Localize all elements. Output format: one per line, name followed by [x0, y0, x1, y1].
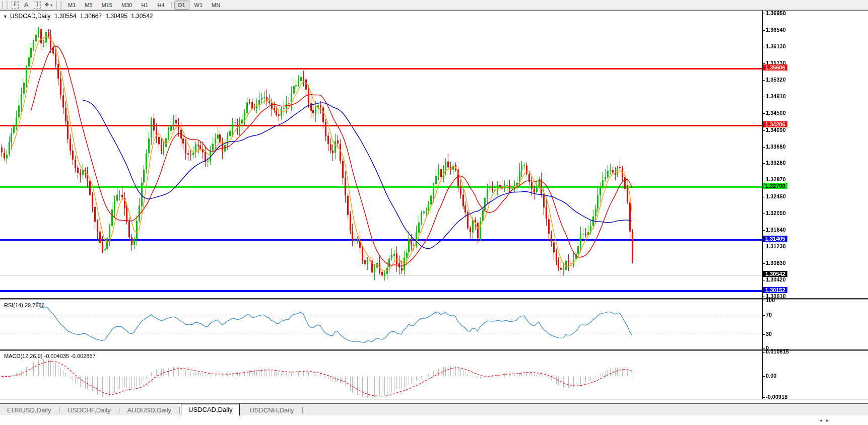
rsi-tick-70: 70 [766, 312, 772, 318]
timeframe-button-m5[interactable]: M5 [81, 1, 96, 10]
top-toolbar: F A T ❖▾ M1M5M15M30H1H4D1W1MN [0, 0, 868, 10]
tab-separator [179, 407, 180, 413]
rsi-label: RSI(14) 29.7636 [4, 302, 45, 308]
price-tick-1.36540: 1.36540 [766, 27, 786, 33]
dropdown-caret-icon[interactable]: ▾ [50, 3, 52, 8]
price-tick-1.33280: 1.33280 [766, 160, 786, 166]
price-tick-1.34910: 1.34910 [766, 93, 786, 99]
symbol-label: USDCAD,Daily [10, 13, 51, 20]
rsi-panel-bottom-border [0, 349, 868, 349]
toolbar-grip-2[interactable] [56, 2, 61, 9]
chart-window: ▼USDCAD,Daily 1.30554 1.30667 1.30495 1.… [0, 10, 868, 414]
rsi-tick-30: 30 [766, 331, 772, 337]
symbol-tab-bar: EURUSD,DailyUSDCHF,DailyAUDUSD,DailyUSDC… [0, 403, 868, 415]
rsi-panel-top-border [0, 300, 868, 300]
price-tick-1.32460: 1.32460 [766, 193, 786, 199]
rsi-tick-100: 100 [766, 297, 775, 303]
chart-header: ▼USDCAD,Daily 1.30554 1.30667 1.30495 1.… [3, 13, 155, 20]
price-tick-1.30420: 1.30420 [766, 276, 786, 282]
macd-panel-top-border [0, 350, 868, 351]
symbol-tab-usdchf[interactable]: USDCHF,Daily [60, 405, 117, 415]
cycle-lines-tool-icon[interactable]: ❖▾ [43, 2, 53, 8]
price-chart-canvas[interactable] [0, 11, 762, 399]
price-tick-1.32870: 1.32870 [766, 176, 786, 182]
symbol-tab-usdcad[interactable]: USDCAD,Daily [181, 404, 240, 415]
text-label-tool-icon[interactable]: A [21, 1, 31, 9]
price-tick-1.36950: 1.36950 [766, 10, 786, 16]
tab-separator [241, 407, 241, 413]
timeframe-buttons: M1M5M15M30H1H4D1W1MN [63, 1, 225, 10]
tab-scroll-arrows[interactable]: ◂▸ [820, 417, 833, 423]
ohlc-open: 1.30554 [54, 13, 76, 20]
mt4-terminal: F A T ❖▾ M1M5M15M30H1H4D1W1MN ▼USDCAD,Da… [0, 0, 868, 425]
text-tool-icon[interactable]: T [32, 2, 42, 9]
main-panel-bottom-border [0, 298, 868, 299]
timeframe-button-m1[interactable]: M1 [64, 1, 80, 10]
timeframe-button-w1[interactable]: W1 [190, 1, 207, 10]
macd-panel-bottom-border [0, 399, 868, 399]
timeframe-button-h1[interactable]: H1 [137, 1, 152, 10]
ohlc-high: 1.30667 [80, 13, 102, 20]
price-axis-line [762, 11, 763, 399]
level-badge-1.32700: 1.32700 [763, 183, 787, 189]
toolbar-separator [171, 2, 172, 9]
symbol-tab-usdcnh[interactable]: USDCNH,Daily [242, 405, 301, 415]
current-price-badge: 1.30542 [763, 271, 787, 277]
symbol-tab-audusd[interactable]: AUDUSD,Daily [120, 405, 178, 415]
macd-tick--0.00918: -0.00918 [766, 394, 787, 400]
macd-label: MACD(12,26,9) -0.004035 -0.002857 [4, 353, 96, 359]
level-badge-1.35606: 1.35606 [763, 64, 787, 70]
level-badge-1.31405: 1.31405 [763, 236, 787, 242]
price-tick-1.31230: 1.31230 [766, 243, 786, 249]
tab-separator [302, 407, 303, 413]
tab-separator [119, 407, 119, 413]
level-badge-1.30152: 1.30152 [763, 287, 787, 293]
macd-tick-0.00: 0.00 [766, 373, 776, 379]
level-badge-1.34206: 1.34206 [763, 121, 787, 127]
timeframe-button-m15[interactable]: M15 [98, 1, 116, 10]
crosshair-tool-icon[interactable]: F [10, 2, 20, 9]
rsi-value: 29.7636 [25, 302, 45, 308]
price-tick-1.34090: 1.34090 [766, 127, 786, 133]
macd-tick-0.010615: 0.010615 [766, 348, 789, 355]
price-tick-1.30830: 1.30830 [766, 260, 786, 266]
timeframe-button-mn[interactable]: MN [208, 1, 224, 10]
price-tick-1.32050: 1.32050 [766, 210, 786, 216]
toolbar-grip[interactable] [2, 2, 8, 9]
tab-separator [59, 407, 59, 413]
symbol-tab-eurusd[interactable]: EURUSD,Daily [0, 405, 58, 415]
timeframe-button-d1[interactable]: D1 [174, 1, 189, 10]
price-tick-1.35320: 1.35320 [766, 77, 786, 83]
ohlc-low: 1.30495 [105, 13, 127, 20]
price-tick-1.34500: 1.34500 [766, 110, 786, 116]
price-tick-1.33680: 1.33680 [766, 144, 786, 150]
timeframe-button-h4[interactable]: H4 [153, 1, 168, 10]
timeframe-button-m30[interactable]: M30 [117, 1, 136, 10]
symbol-dropdown-icon[interactable]: ▼ [3, 14, 8, 19]
price-tick-1.31640: 1.31640 [766, 227, 786, 233]
ohlc-close: 1.30542 [131, 13, 153, 20]
price-tick-1.36130: 1.36130 [766, 43, 786, 49]
macd-values: -0.004035 -0.002857 [44, 353, 95, 359]
